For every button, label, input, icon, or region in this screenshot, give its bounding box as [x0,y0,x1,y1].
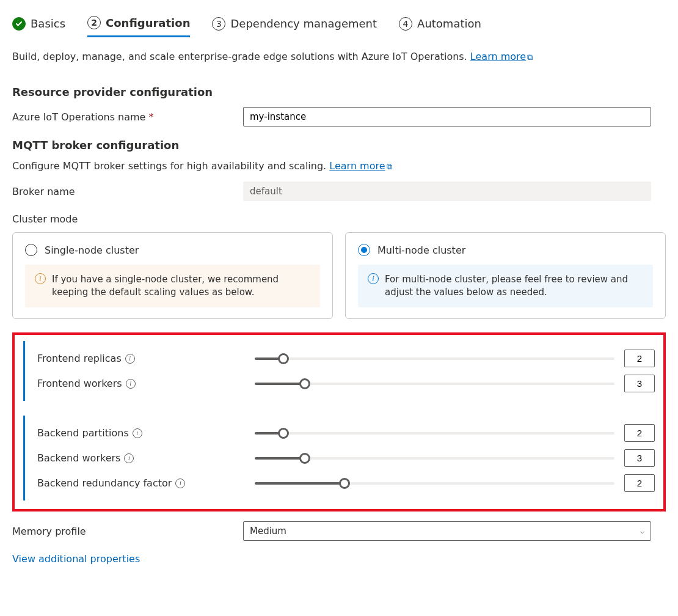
view-additional-properties-link[interactable]: View additional properties [12,553,140,565]
tab-configuration-label: Configuration [106,16,190,29]
page-description: Build, deploy, manage, and scale enterpr… [12,51,666,62]
backend-workers-slider[interactable] [255,452,614,465]
single-node-info: i If you have a single-node cluster, we … [25,265,320,307]
highlighted-scaling-section: Frontend replicas i Frontend workers i B… [12,332,666,512]
step-4-badge: 4 [399,17,412,31]
single-node-radio[interactable] [25,244,37,256]
memory-profile-value: Medium [250,526,286,537]
multi-node-radio[interactable] [358,244,370,256]
info-icon[interactable]: i [124,453,134,463]
mqtt-description: Configure MQTT broker settings for high … [12,160,666,172]
mqtt-learn-more-link[interactable]: Learn more⧉ [329,160,392,172]
frontend-workers-label-text: Frontend workers [37,378,122,389]
check-icon [12,17,26,31]
cluster-mode-selector: Single-node cluster i If you have a sing… [12,232,666,319]
backend-slider-group: Backend partitions i Backend workers i B… [23,416,655,501]
memory-profile-select[interactable]: Medium ⌵ [243,521,651,541]
backend-partitions-label-text: Backend partitions [37,427,129,439]
info-icon[interactable]: i [175,479,185,488]
broker-name-label: Broker name [12,186,243,197]
frontend-replicas-row: Frontend replicas i [37,350,655,367]
aio-name-label-text: Azure IoT Operations name [12,111,145,123]
backend-redundancy-value[interactable] [624,474,655,492]
memory-profile-field: Memory profile Medium ⌵ [12,521,666,541]
tab-basics-label: Basics [31,17,65,30]
step-3-badge: 3 [212,17,225,31]
cluster-mode-label: Cluster mode [12,213,666,225]
backend-partitions-row: Backend partitions i [37,424,655,442]
required-asterisk: * [149,111,154,123]
learn-more-text: Learn more [470,51,526,62]
backend-redundancy-label: Backend redundancy factor i [37,477,245,489]
frontend-workers-row: Frontend workers i [37,375,655,392]
tab-automation[interactable]: 4 Automation [399,12,481,37]
backend-workers-label-text: Backend workers [37,452,120,464]
info-icon[interactable]: i [125,354,135,364]
frontend-replicas-label: Frontend replicas i [37,353,245,364]
tab-basics[interactable]: Basics [12,12,65,37]
frontend-workers-value[interactable] [624,375,655,392]
mqtt-heading: MQTT broker configuration [12,139,666,152]
multi-node-card[interactable]: Multi-node cluster i For multi-node clus… [345,232,666,319]
info-icon: i [35,273,46,284]
single-node-title: Single-node cluster [45,244,139,256]
backend-redundancy-slider[interactable] [255,477,614,490]
frontend-replicas-value[interactable] [624,350,655,367]
broker-name-input [243,182,651,201]
backend-workers-value[interactable] [624,449,655,467]
multi-node-info: i For multi-node cluster, please feel fr… [358,265,653,307]
info-icon[interactable]: i [126,379,136,389]
page-description-text: Build, deploy, manage, and scale enterpr… [12,51,467,62]
frontend-workers-slider[interactable] [255,377,614,391]
tab-dependency-label: Dependency management [230,17,377,30]
multi-node-info-text: For multi-node cluster, please feel free… [385,273,643,299]
frontend-slider-group: Frontend replicas i Frontend workers i [23,341,655,401]
aio-name-field: Azure IoT Operations name * [12,107,666,127]
backend-workers-label: Backend workers i [37,452,245,464]
broker-name-field: Broker name [12,182,666,201]
multi-node-title: Multi-node cluster [377,244,465,256]
info-icon[interactable]: i [133,428,142,438]
frontend-workers-label: Frontend workers i [37,378,245,389]
resource-provider-heading: Resource provider configuration [12,86,666,98]
mqtt-desc-text: Configure MQTT broker settings for high … [12,160,326,172]
info-icon: i [368,273,379,284]
backend-workers-row: Backend workers i [37,449,655,467]
aio-name-input[interactable] [243,107,651,127]
backend-partitions-slider[interactable] [255,427,614,440]
external-link-icon: ⧉ [387,162,392,172]
external-link-icon: ⧉ [527,53,533,62]
step-2-badge: 2 [87,16,101,29]
backend-redundancy-label-text: Backend redundancy factor [37,477,172,489]
backend-redundancy-row: Backend redundancy factor i [37,474,655,492]
mqtt-learn-more-text: Learn more [329,160,385,172]
aio-name-label: Azure IoT Operations name * [12,111,243,123]
wizard-tabs: Basics 2 Configuration 3 Dependency mana… [12,12,666,37]
tab-automation-label: Automation [417,17,481,30]
chevron-down-icon: ⌵ [640,527,644,535]
memory-profile-label: Memory profile [12,526,243,537]
backend-partitions-label: Backend partitions i [37,427,245,439]
backend-partitions-value[interactable] [624,424,655,442]
single-node-card[interactable]: Single-node cluster i If you have a sing… [12,232,333,319]
frontend-replicas-slider[interactable] [255,352,614,365]
learn-more-link[interactable]: Learn more⧉ [470,51,533,62]
frontend-replicas-label-text: Frontend replicas [37,353,122,364]
tab-dependency[interactable]: 3 Dependency management [212,12,377,37]
single-node-info-text: If you have a single-node cluster, we re… [52,273,310,299]
tab-configuration[interactable]: 2 Configuration [87,12,190,37]
